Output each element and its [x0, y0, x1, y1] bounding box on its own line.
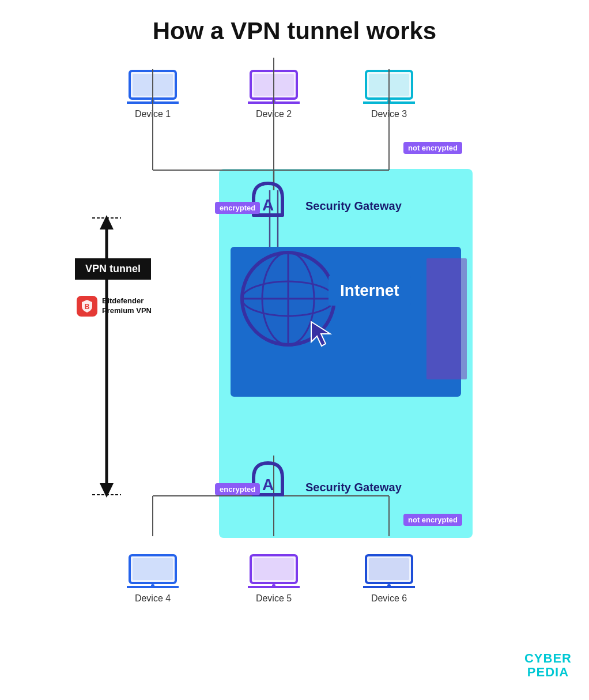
svg-rect-25 — [369, 74, 409, 96]
device-3-top-label: Device 3 — [371, 109, 407, 119]
svg-rect-20 — [254, 74, 294, 96]
security-gateway-top-label: Security Gateway — [305, 200, 402, 213]
svg-text:B: B — [85, 303, 90, 311]
diagram-container: Device 1 Device 2 Device 3 not encrypted — [0, 57, 589, 691]
page-title: How a VPN tunnel works — [0, 0, 589, 57]
device-4-bottom: Device 4 — [127, 552, 179, 604]
device-1-top-label: Device 1 — [135, 109, 171, 119]
device-3-top: Device 3 — [363, 68, 415, 119]
not-encrypted-badge-bottom: not encrypted — [403, 514, 462, 526]
device-5-bottom: Device 5 — [248, 552, 300, 604]
laptop-1-icon — [127, 68, 179, 106]
svg-marker-41 — [100, 483, 114, 498]
internet-label: Internet — [329, 276, 411, 306]
svg-rect-52 — [254, 558, 294, 580]
security-gateway-bottom-label: Security Gateway — [305, 481, 402, 494]
vpn-tunnel-box: VPN tunnel — [75, 258, 151, 280]
laptop-5-icon — [248, 552, 300, 590]
svg-rect-15 — [133, 74, 173, 96]
bitdefender-logo: B Bitdefender Premium VPN — [77, 296, 152, 317]
encrypted-badge-top: encrypted — [215, 202, 260, 214]
globe-container — [236, 247, 352, 364]
laptop-4-icon — [127, 552, 179, 590]
svg-rect-57 — [369, 558, 409, 580]
cyberpedia-text: CYBER PEDIA — [524, 652, 572, 679]
security-gateway-top-container: A — [248, 180, 288, 221]
device-5-label: Device 5 — [256, 593, 292, 604]
security-gateway-top-icon: A — [248, 180, 288, 221]
device-6-bottom: Device 6 — [363, 552, 415, 604]
vpn-tunnel-arrow — [89, 212, 124, 500]
device-4-label: Device 4 — [135, 593, 171, 604]
device-1-top: Device 1 — [127, 68, 179, 119]
purple-overlay — [426, 258, 467, 379]
device-6-label: Device 6 — [371, 593, 407, 604]
svg-text:A: A — [262, 196, 274, 214]
svg-rect-47 — [133, 558, 173, 580]
device-2-top-label: Device 2 — [256, 109, 292, 119]
laptop-6-icon — [363, 552, 415, 590]
laptop-3-icon — [363, 68, 415, 106]
laptop-2-icon — [248, 68, 300, 106]
bitdefender-text: Bitdefender Premium VPN — [102, 296, 152, 316]
svg-marker-40 — [100, 215, 114, 229]
not-encrypted-badge-top: not encrypted — [403, 142, 462, 154]
encrypted-badge-bottom: encrypted — [215, 483, 260, 495]
bitdefender-icon: B — [77, 296, 97, 317]
bd-shield-icon: B — [80, 299, 95, 314]
device-2-top: Device 2 — [248, 68, 300, 119]
cyberpedia-logo: CYBER PEDIA — [524, 652, 572, 679]
svg-text:A: A — [262, 476, 274, 494]
